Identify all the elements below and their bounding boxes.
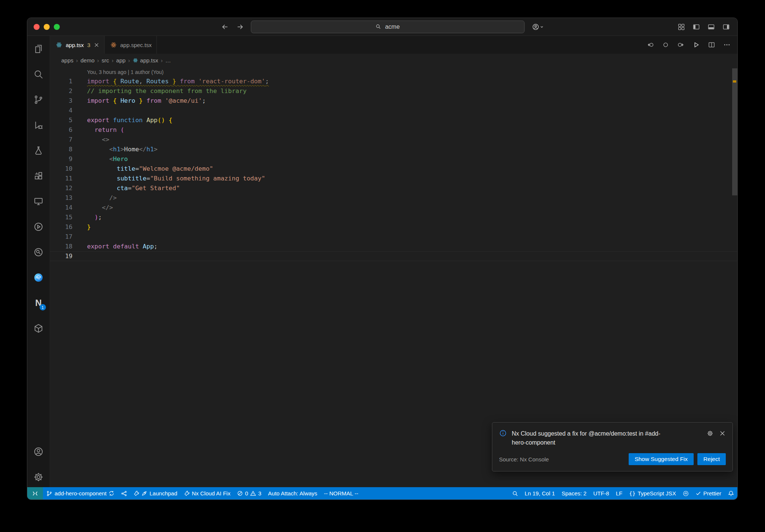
- split-editor-icon[interactable]: [708, 41, 715, 49]
- minimize-window-button[interactable]: [44, 24, 50, 30]
- line-number: 17: [50, 232, 72, 242]
- code-line[interactable]: 10 title="Welcmoe @acme/demo": [50, 164, 737, 174]
- tab-problems-badge: 3: [87, 42, 90, 48]
- nx-console-icon[interactable]: N1: [33, 297, 44, 309]
- toggle-panel-icon[interactable]: [707, 23, 715, 31]
- activity-bar: N1: [27, 36, 50, 487]
- breadcrumb-item[interactable]: demo: [81, 57, 95, 64]
- git-branch-item[interactable]: add-hero-component: [43, 487, 118, 499]
- breadcrumb-item[interactable]: apps: [61, 57, 74, 64]
- extensions-icon[interactable]: [33, 170, 44, 182]
- run-debug-icon[interactable]: [33, 120, 44, 131]
- code-line[interactable]: 14 </>: [50, 203, 737, 213]
- remote-indicator[interactable]: [27, 487, 43, 499]
- close-window-button[interactable]: [34, 24, 40, 30]
- code-line-content: }: [87, 223, 91, 231]
- code-line[interactable]: 13 />: [50, 193, 737, 203]
- customize-layout-icon[interactable]: [678, 23, 685, 31]
- indentation-item[interactable]: Spaces: 2: [558, 487, 590, 499]
- code-line[interactable]: 12 cta="Get Started": [50, 183, 737, 193]
- scrollbar-thumb[interactable]: [732, 68, 737, 195]
- nav-forward-icon[interactable]: [677, 41, 685, 49]
- code-line-content: import { Hero } from '@acme/ui';: [87, 97, 206, 104]
- code-line[interactable]: 7 <>: [50, 135, 737, 145]
- launchpad-item[interactable]: Launchpad: [130, 487, 180, 499]
- nav-back-icon[interactable]: [647, 41, 654, 49]
- code-line[interactable]: 3import { Hero } from '@acme/ui';: [50, 96, 737, 106]
- run-tasks-icon[interactable]: [33, 221, 44, 232]
- testing-icon[interactable]: [33, 145, 44, 156]
- code-line[interactable]: 18export default App;: [50, 242, 737, 251]
- code-line[interactable]: 8 <h1>Home</h1>: [50, 145, 737, 154]
- settings-gear-icon[interactable]: [33, 471, 44, 483]
- notification-message: Nx Cloud suggested a fix for @acme/demo:…: [512, 429, 673, 447]
- react-file-icon: [56, 41, 62, 48]
- tab-app-spec-tsx[interactable]: app.spec.tsx: [105, 36, 157, 54]
- account-icon[interactable]: [33, 446, 44, 457]
- code-line-content: export function App() {: [87, 117, 173, 124]
- formatter-item[interactable]: Prettier: [692, 487, 725, 499]
- nx-graph-item[interactable]: [118, 487, 130, 499]
- run-icon[interactable]: [693, 41, 700, 49]
- notification-source: Source: Nx Console: [499, 456, 549, 463]
- reject-button[interactable]: Reject: [697, 453, 726, 465]
- code-line-content: title="Welcmoe @acme/demo": [87, 165, 213, 172]
- explorer-icon[interactable]: [33, 43, 44, 55]
- edge-browser-icon[interactable]: [33, 272, 44, 283]
- problems-item[interactable]: 0 3: [234, 487, 265, 499]
- forward-arrow-icon[interactable]: [236, 23, 244, 31]
- breadcrumb-item[interactable]: src: [102, 57, 109, 64]
- search-icon[interactable]: [33, 69, 44, 80]
- encoding-item[interactable]: UTF-8: [590, 487, 613, 499]
- code-line[interactable]: 5export function App() {: [50, 115, 737, 125]
- line-number: 13: [50, 193, 72, 203]
- account-menu-icon[interactable]: [531, 23, 544, 31]
- show-suggested-fix-button[interactable]: Show Suggested Fix: [629, 453, 694, 465]
- eol-item[interactable]: LF: [613, 487, 626, 499]
- code-line-content: <h1>Home</h1>: [87, 146, 158, 153]
- nx-cloud-fix-item[interactable]: Nx Cloud AI Fix: [181, 487, 234, 499]
- auto-attach-item[interactable]: Auto Attach: Always: [265, 487, 321, 499]
- code-line[interactable]: 11 subtitle="Build something amazing tod…: [50, 174, 737, 183]
- code-line[interactable]: 6 return (: [50, 125, 737, 135]
- gear-icon[interactable]: [707, 430, 713, 437]
- code-line[interactable]: 2// importing the component from the lib…: [50, 86, 737, 96]
- package-icon[interactable]: [33, 323, 44, 334]
- zoom-item[interactable]: [509, 487, 521, 499]
- code-line[interactable]: 17: [50, 232, 737, 242]
- rocket-icon: [142, 491, 147, 496]
- code-line-content: );: [87, 214, 102, 221]
- language-mode-item[interactable]: {} TypeScript JSX: [626, 487, 679, 499]
- cursor-position-item[interactable]: Ln 19, Col 1: [521, 487, 558, 499]
- codelens[interactable]: You, 3 hours ago | 1 author (You): [50, 68, 737, 77]
- editor-scrollbar[interactable]: [732, 67, 737, 487]
- record-icon[interactable]: [662, 41, 669, 49]
- toggle-sidebar-right-icon[interactable]: [722, 23, 730, 31]
- close-icon[interactable]: [719, 430, 726, 437]
- remote-explorer-icon[interactable]: [33, 196, 44, 207]
- breadcrumb-item[interactable]: app: [116, 57, 126, 64]
- search-text: acme: [385, 24, 400, 30]
- code-line[interactable]: 1import { Route, Routes } from 'react-ro…: [50, 77, 737, 86]
- notifications-bell-item[interactable]: [725, 487, 737, 499]
- code-line-content: <Hero: [87, 155, 128, 163]
- code-line[interactable]: 16}: [50, 222, 737, 232]
- line-number: 16: [50, 222, 72, 232]
- maximize-window-button[interactable]: [54, 24, 60, 30]
- code-line[interactable]: 4: [50, 106, 737, 115]
- close-icon[interactable]: [94, 42, 99, 48]
- command-center-search[interactable]: acme: [251, 21, 524, 33]
- toggle-sidebar-left-icon[interactable]: [693, 23, 700, 31]
- breadcrumb-file[interactable]: app.tsx: [133, 57, 158, 64]
- edge-browser-item[interactable]: [679, 487, 692, 499]
- code-search-icon[interactable]: [33, 247, 44, 258]
- tab-app-tsx[interactable]: app.tsx 3: [50, 36, 105, 54]
- back-arrow-icon[interactable]: [221, 23, 229, 31]
- vim-mode-item[interactable]: -- NORMAL --: [320, 487, 362, 499]
- code-line[interactable]: 15 );: [50, 213, 737, 222]
- source-control-icon[interactable]: [33, 94, 44, 105]
- code-line[interactable]: 19: [50, 251, 737, 261]
- breadcrumb-tail[interactable]: …: [165, 57, 171, 64]
- code-line[interactable]: 9 <Hero: [50, 154, 737, 164]
- more-actions-icon[interactable]: [723, 41, 731, 49]
